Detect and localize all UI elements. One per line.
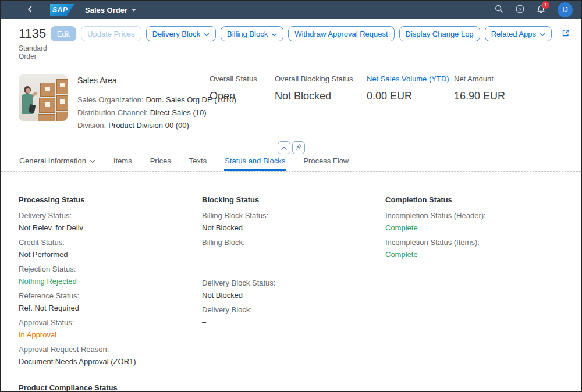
chevron-down-icon	[540, 30, 545, 38]
notifications-button[interactable]: 1	[537, 5, 545, 16]
sap-logo[interactable]: SAP	[50, 4, 74, 16]
photo-box-label	[60, 83, 65, 87]
tab-label: Prices	[150, 156, 171, 165]
tab-prices[interactable]: Prices	[150, 155, 172, 171]
avatar-initials: IJ	[562, 6, 567, 14]
blocking-status-title: Blocking Status	[202, 195, 385, 204]
sap-logo-shape: SAP	[50, 4, 74, 16]
header-actions: Edit Update Prices Delivery Block Billin…	[51, 26, 573, 41]
collapse-header-button[interactable]	[278, 141, 290, 154]
chevron-up-icon	[281, 144, 288, 152]
field-label: Delivery Block Status:	[202, 277, 385, 289]
billing-block-label: Billing Block	[227, 30, 268, 38]
blocking-status-column: Blocking Status Billing Block Status: No…	[202, 195, 385, 391]
field-label: Approval Request Reason:	[19, 343, 202, 355]
sales-area-photo	[19, 74, 68, 121]
search-button[interactable]	[495, 5, 503, 15]
field-value-positive: Complete	[385, 248, 569, 261]
withdraw-approval-request-button[interactable]: Withdraw Approval Request	[288, 26, 394, 41]
field-approval-status: Approval Status: In Approval	[19, 316, 202, 341]
tab-texts[interactable]: Texts	[189, 155, 207, 171]
withdraw-approval-label: Withdraw Approval Request	[294, 30, 388, 38]
page-subtitle: Standard Order	[19, 44, 51, 60]
kpi-value: 16.90 EUR	[454, 90, 505, 102]
photo-box-label	[60, 99, 65, 104]
display-change-log-button[interactable]: Display Change Log	[399, 26, 480, 41]
photo-box	[56, 79, 68, 94]
status-and-blocks-section: Processing Status Delivery Status: Not R…	[1, 172, 581, 391]
field-delivery-block: Delivery Block: –	[202, 304, 385, 328]
processing-status-title: Processing Status	[19, 195, 202, 204]
help-icon: ?	[516, 5, 524, 15]
tab-label: Status and Blocks	[225, 156, 285, 165]
update-prices-button[interactable]: Update Prices	[81, 26, 141, 41]
header-facets-row: Sales Area Sales Organization:Dom. Sales…	[19, 74, 573, 132]
field-value: Not Blocked	[202, 222, 385, 234]
kpi-overall-blocking-status: Overall Blocking Status Not Blocked	[275, 74, 352, 132]
shell-bar: SAP Sales Order ? 1	[1, 1, 581, 19]
chevron-down-icon	[204, 30, 210, 38]
header-anchor-row	[1, 140, 581, 155]
app-title-menu[interactable]: Sales Order	[85, 6, 136, 15]
field-label: Delivery Block:	[202, 304, 385, 316]
tab-process-flow[interactable]: Process Flow	[303, 155, 349, 171]
help-button[interactable]: ?	[516, 5, 524, 15]
field-label: Billing Block:	[202, 236, 385, 248]
field-label: Delivery Status:	[19, 209, 202, 222]
back-chevron-icon	[27, 5, 33, 15]
kpi-overall-status: Overall Status Open	[210, 74, 260, 132]
field-billing-block: Billing Block: –	[202, 236, 385, 261]
product-compliance-status-title: Product Compliance Status	[19, 383, 202, 391]
avatar[interactable]: IJ	[558, 2, 573, 17]
chevron-down-icon	[132, 9, 136, 12]
search-icon	[495, 5, 503, 15]
kpi-net-sales-volume: Net Sales Volume (YTD) 0.00 EUR	[367, 74, 439, 132]
field-value: –	[202, 248, 385, 261]
tab-general-information[interactable]: General Information	[19, 155, 96, 171]
field-value: Ref. Not Required	[19, 302, 202, 314]
share-button[interactable]	[559, 26, 573, 41]
related-apps-button[interactable]: Related Apps	[485, 26, 552, 41]
tab-items[interactable]: Items	[113, 155, 133, 171]
field-rejection-status: Rejection Status: Nothing Rejected	[19, 263, 202, 287]
photo-person-tablet	[29, 104, 36, 113]
kpi-label: Overall Blocking Status	[275, 74, 352, 83]
display-change-log-label: Display Change Log	[406, 30, 474, 38]
field-label: Billing Block Status:	[202, 209, 385, 222]
header-title-row: 1135 Standard Order Edit Update Prices D…	[19, 26, 573, 60]
tab-status-and-blocks[interactable]: Status and Blocks	[224, 155, 286, 171]
billing-block-button[interactable]: Billing Block	[221, 26, 283, 41]
edit-button-label: Edit	[57, 30, 70, 38]
field-value-positive: Complete	[385, 222, 569, 234]
pin-header-button[interactable]	[292, 141, 305, 154]
delivery-block-button[interactable]: Delivery Block	[146, 26, 216, 41]
shell-actions: ? 1 IJ	[495, 2, 573, 17]
app-title: Sales Order	[85, 6, 127, 15]
page-title: 1135	[19, 26, 51, 41]
sales-area-fields: Sales Organization:Dom. Sales Org DE (10…	[77, 94, 208, 132]
edit-button[interactable]: Edit	[51, 26, 76, 41]
field-delivery-block-status: Delivery Block Status: Not Blocked	[202, 277, 385, 301]
kpi-value: Not Blocked	[275, 90, 352, 102]
share-icon	[561, 28, 570, 40]
field-value-positive: Nothing Rejected	[19, 275, 202, 287]
title-block: 1135 Standard Order	[19, 26, 51, 60]
photo-box-label	[45, 102, 50, 107]
sales-area-facet: Sales Area Sales Organization:Dom. Sales…	[77, 74, 208, 132]
field-credit-status: Credit Status: Not Performed	[19, 236, 202, 261]
field-label: Distribution Channel:	[77, 108, 148, 117]
field-value-critical: In Approval	[19, 329, 202, 341]
tab-label: Process Flow	[303, 156, 349, 165]
app-window: SAP Sales Order ? 1	[0, 0, 582, 392]
field-value: –	[202, 316, 385, 328]
field-delivery-status: Delivery Status: Not Relev. for Deliv	[19, 209, 202, 234]
field-value: Not Performed	[19, 248, 202, 261]
delivery-block-label: Delivery Block	[152, 30, 200, 38]
back-button[interactable]	[22, 2, 37, 17]
kpi-net-amount: Net Amount 16.90 EUR	[454, 74, 505, 132]
photo-box	[38, 114, 55, 121]
net-sales-volume-link[interactable]: Net Sales Volume (YTD)	[367, 74, 439, 83]
tab-label: Items	[113, 156, 132, 165]
completion-status-column: Completion Status Incompletion Status (H…	[385, 195, 569, 391]
sap-logo-text: SAP	[50, 6, 68, 14]
